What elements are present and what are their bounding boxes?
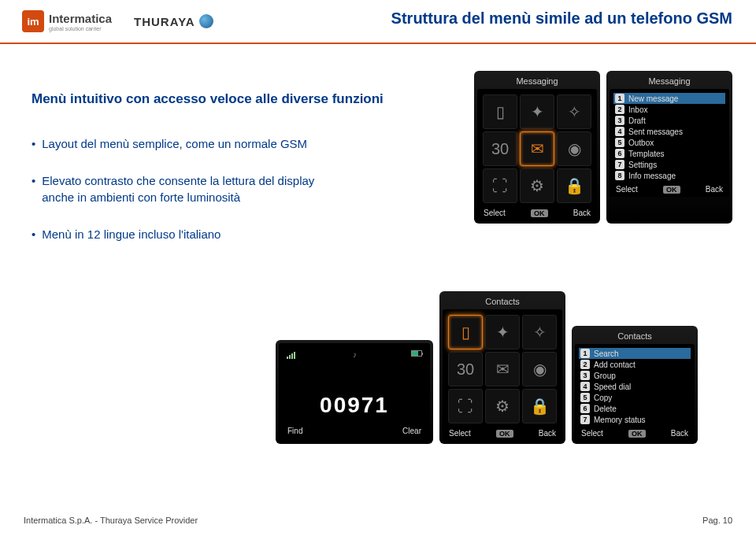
menu-item: 3Draft — [613, 115, 725, 126]
softkey-right: Back — [706, 185, 723, 194]
softkey-ok: OK — [628, 430, 646, 438]
intermatica-subtext: global solution carrier — [49, 26, 112, 31]
thuraya-text: THURAYA — [134, 15, 195, 28]
sound-icon: ◉ — [557, 131, 591, 166]
softkey-right: Back — [573, 209, 591, 217]
bullet-item: Menù in 12 lingue incluso l'italiano — [32, 226, 346, 242]
softkey-left: Select — [484, 209, 506, 217]
screen-title: Messaging — [477, 74, 597, 89]
menu-item: 2Add contact — [579, 359, 691, 370]
softkey-left: Select — [581, 429, 603, 438]
menu-item: 7Settings — [613, 159, 725, 170]
net-icon: ⛶ — [448, 389, 483, 423]
organizer-icon: ✦ — [520, 94, 554, 129]
bullet-item: Layout del menù semplice, come un normal… — [32, 135, 346, 152]
menu-item: 6Templates — [613, 148, 725, 159]
menu-item: 6Delete — [579, 403, 691, 414]
softkey-right: Clear — [402, 427, 421, 435]
battery-icon — [411, 350, 422, 357]
bullet-item: Elevato contrasto che consente la lettur… — [32, 172, 346, 205]
security-icon: 🔒 — [557, 168, 591, 203]
phone-screen-contacts-list: Contacts 1Search 2Add contact 3Group 4Sp… — [572, 326, 698, 444]
softkey-left: Select — [449, 429, 471, 438]
intermatica-text: Intermatica — [49, 12, 112, 25]
dial-number: 00971 — [284, 361, 425, 424]
thuraya-logo: THURAYA — [134, 14, 213, 28]
menu-item: 5Outbox — [613, 137, 725, 148]
sound-icon: ◉ — [522, 352, 557, 386]
menu-item: 8Info message — [613, 170, 725, 181]
softkey-right: Back — [539, 429, 556, 438]
page-footer: Intermatica S.p.A. - Thuraya Service Pro… — [24, 516, 732, 525]
softkey-left: Find — [287, 427, 302, 435]
phone-screen-contacts-grid: Contacts ▯ ✦ ✧ 30 ✉ ◉ ⛶ ⚙ 🔒 Select OK Ba… — [439, 291, 565, 444]
screen-title: Contacts — [575, 329, 695, 344]
net-icon: ⛶ — [483, 168, 517, 203]
note-icon: ♪ — [353, 350, 357, 359]
security-icon: 🔒 — [522, 389, 557, 423]
phone-screen-messaging-list: Messaging 1New message 2Inbox 3Draft 4Se… — [606, 71, 732, 224]
softkey-ok: OK — [531, 209, 548, 217]
organizer-icon: ✦ — [485, 315, 520, 349]
contacts-icon: ▯ — [483, 94, 517, 129]
menu-item: 4Speed dial — [579, 381, 691, 392]
calendar-icon: 30 — [483, 131, 517, 166]
messaging-icon: ✉ — [520, 131, 554, 166]
screen-title: Contacts — [443, 294, 562, 309]
contacts-icon: ▯ — [448, 315, 483, 349]
im-badge-icon: im — [22, 10, 44, 32]
calendar-icon: 30 — [448, 352, 483, 386]
menu-item: 2Inbox — [613, 104, 725, 115]
settings-icon: ⚙ — [485, 389, 520, 423]
footer-right: Pag. 10 — [702, 516, 732, 525]
phone-screen-dial: ♪ 00971 Find Clear — [276, 340, 433, 444]
navigation-icon: ✧ — [522, 315, 557, 349]
settings-icon: ⚙ — [520, 168, 554, 203]
menu-item: 5Copy — [579, 392, 691, 403]
softkey-left: Select — [616, 185, 638, 194]
phone-screen-messaging-grid: Messaging ▯ ✦ ✧ 30 ✉ ◉ ⛶ ⚙ 🔒 Select OK B… — [474, 71, 600, 224]
softkey-ok: OK — [663, 186, 680, 194]
globe-icon — [199, 14, 213, 28]
menu-item: 7Memory status — [579, 414, 691, 425]
page-title: Struttura del menù simile ad un telefono… — [391, 9, 732, 28]
menu-item: 1Search — [579, 348, 691, 359]
menu-item: 1New message — [613, 93, 725, 104]
screen-title: Messaging — [610, 74, 729, 89]
messaging-icon: ✉ — [485, 352, 520, 386]
softkey-right: Back — [671, 429, 688, 438]
softkey-ok: OK — [496, 430, 513, 438]
navigation-icon: ✧ — [557, 94, 591, 129]
intermatica-logo: im Intermatica global solution carrier — [22, 10, 112, 32]
signal-icon — [287, 350, 295, 359]
menu-item: 4Sent messages — [613, 126, 725, 137]
footer-left: Intermatica S.p.A. - Thuraya Service Pro… — [24, 516, 198, 525]
menu-item: 3Group — [579, 370, 691, 381]
